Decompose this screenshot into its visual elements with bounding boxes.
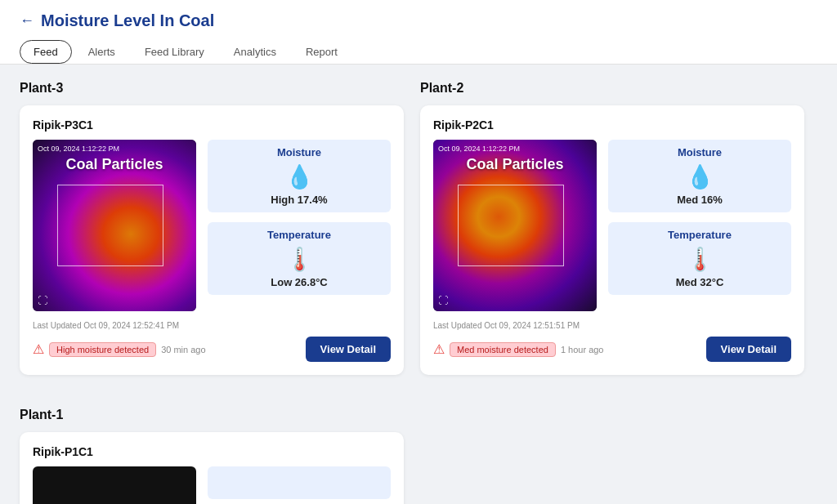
plant3-alert-time: 30 min ago [161,345,205,355]
plant1-card-title: Ripik-P1C1 [33,445,391,458]
plant1-section: Plant-1 Ripik-P1C1 [20,408,817,504]
plant3-moisture-value: High 17.4% [216,194,383,206]
plant2-moisture-label: Moisture [616,146,783,158]
plant3-view-detail-button[interactable]: View Detail [306,337,391,362]
plant3-temperature-label: Temperature [216,229,383,241]
plant1-title: Plant-1 [20,408,817,422]
plant2-bottom-row: ⚠ Med moisture detected 1 hour ago View … [433,337,791,362]
plant2-moisture-box: Moisture 💧 Med 16% [608,140,791,212]
plant3-expand-icon[interactable]: ⛶ [38,295,47,306]
plant2-card-footer: Last Updated Oct 09, 2024 12:51:51 PM ⚠ … [433,321,791,362]
plant3-temperature-icon: 🌡️ [216,246,383,273]
plant3-metrics: Moisture 💧 High 17.4% Temperature 🌡️ Low… [208,140,391,311]
plant2-timestamp: Oct 09, 2024 1:12:22 PM [438,145,520,153]
plant1-camera-feed [33,466,196,504]
plant2-camera-feed: Oct 09, 2024 1:12:22 PM Coal Particles ⛶ [433,140,597,311]
plant1-card: Ripik-P1C1 [20,432,404,504]
plant2-section: Plant-2 Ripik-P2C1 Oct 09, 2024 1:12:22 … [420,81,804,375]
page-title: Moisture Level In Coal [41,11,214,30]
plant2-card-body: Oct 09, 2024 1:12:22 PM Coal Particles ⛶… [433,140,791,311]
plant3-card-footer: Last Updated Oct 09, 2024 12:52:41 PM ⚠ … [33,321,391,362]
nav-tabs: Feed Alerts Feed Library Analytics Repor… [20,40,817,64]
plant3-moisture-box: Moisture 💧 High 17.4% [208,140,391,212]
tab-alerts[interactable]: Alerts [75,40,128,64]
plant2-card-title: Ripik-P2C1 [433,118,791,132]
plant2-alert-badge: ⚠ Med moisture detected 1 hour ago [433,341,604,357]
plant3-camera-feed: Oct 09, 2024 1:12:22 PM Coal Particles ⛶ [33,140,196,311]
plant3-camera-label: Coal Particles [33,156,196,173]
plant2-camera-label: Coal Particles [433,156,597,173]
plant3-title: Plant-3 [20,81,404,96]
plant3-card-body: Oct 09, 2024 1:12:22 PM Coal Particles ⛶… [33,140,391,311]
plant1-card-body [33,466,391,504]
plant3-temperature-box: Temperature 🌡️ Low 26.8°C [208,222,391,295]
plant2-card: Ripik-P2C1 Oct 09, 2024 1:12:22 PM Coal … [420,105,804,375]
plant2-alert-text: Med moisture detected [450,342,556,357]
plant2-temperature-box: Temperature 🌡️ Med 32°C [608,222,791,295]
plant2-temperature-label: Temperature [616,229,783,241]
plant1-metric-placeholder [208,466,391,499]
plant1-metrics [208,466,391,504]
plant2-detection-box [458,185,564,266]
tab-feed-library[interactable]: Feed Library [132,40,217,64]
plant3-alert-badge: ⚠ High moisture detected 30 min ago [33,341,206,357]
plant2-last-updated: Last Updated Oct 09, 2024 12:51:51 PM [433,321,791,330]
plant3-temperature-value: Low 26.8°C [216,276,383,288]
plant2-moisture-value: Med 16% [616,194,783,206]
plant2-metrics: Moisture 💧 Med 16% Temperature 🌡️ Med 32… [608,140,791,311]
plant3-detection-box [57,185,163,266]
plant3-alert-text: High moisture detected [49,342,156,357]
header: ← Moisture Level In Coal Feed Alerts Fee… [0,0,837,65]
back-button[interactable]: ← [20,12,34,29]
plant2-title: Plant-2 [420,81,804,96]
plant3-timestamp: Oct 09, 2024 1:12:22 PM [38,145,119,153]
tab-feed[interactable]: Feed [20,40,72,64]
main-content: Plant-3 Ripik-P3C1 Oct 09, 2024 1:12:22 … [0,65,837,504]
plant2-alert-time: 1 hour ago [561,345,604,355]
plant2-temperature-icon: 🌡️ [616,246,783,273]
plant2-expand-icon[interactable]: ⛶ [438,295,448,306]
header-title-row: ← Moisture Level In Coal [20,11,817,30]
plant3-card: Ripik-P3C1 Oct 09, 2024 1:12:22 PM Coal … [20,105,404,375]
plant3-bottom-row: ⚠ High moisture detected 30 min ago View… [33,337,391,362]
plant2-temperature-value: Med 32°C [616,276,783,288]
plant3-card-title: Ripik-P3C1 [33,118,391,132]
plant2-view-detail-button[interactable]: View Detail [706,337,791,362]
plant3-moisture-label: Moisture [216,146,383,158]
plant3-alert-icon: ⚠ [33,341,44,357]
plant3-section: Plant-3 Ripik-P3C1 Oct 09, 2024 1:12:22 … [20,81,404,375]
plant3-last-updated: Last Updated Oct 09, 2024 12:52:41 PM [33,321,391,330]
plant2-alert-icon: ⚠ [433,341,445,357]
tab-analytics[interactable]: Analytics [221,40,289,64]
plant2-moisture-icon: 💧 [616,163,783,190]
tab-report[interactable]: Report [293,40,351,64]
plant3-moisture-icon: 💧 [216,163,383,190]
